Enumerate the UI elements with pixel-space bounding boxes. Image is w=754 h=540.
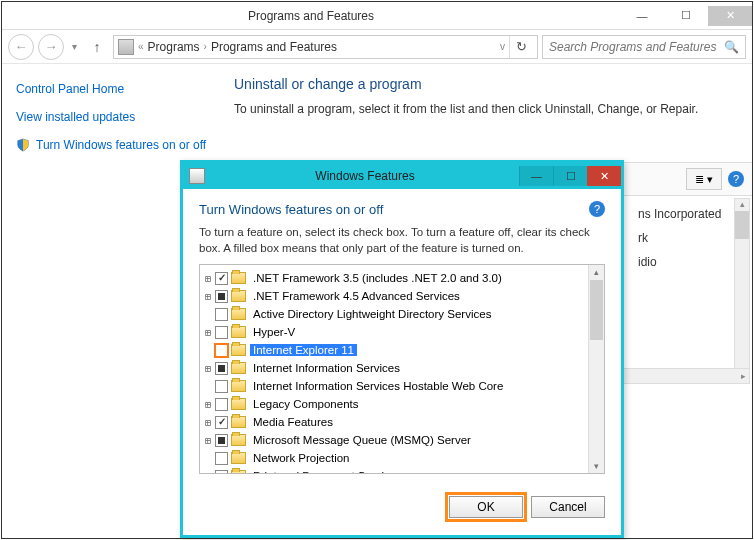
maximize-button[interactable]: ☐ bbox=[664, 6, 708, 26]
folder-icon bbox=[231, 452, 246, 464]
history-dropdown-icon[interactable]: ▾ bbox=[68, 41, 81, 52]
folder-icon bbox=[231, 326, 246, 338]
scroll-thumb[interactable] bbox=[590, 280, 603, 340]
feature-row[interactable]: ⊞Print and Document Services bbox=[202, 467, 586, 473]
dialog-icon bbox=[189, 168, 205, 184]
feature-label: Microsoft Message Queue (MSMQ) Server bbox=[250, 434, 474, 446]
cancel-button[interactable]: Cancel bbox=[531, 496, 605, 518]
breadcrumb-dropdown-icon[interactable]: v bbox=[500, 41, 505, 52]
feature-row[interactable]: ⊞Internet Information Services Hostable … bbox=[202, 377, 586, 395]
feature-label: Network Projection bbox=[250, 452, 353, 464]
folder-icon bbox=[231, 398, 246, 410]
expand-toggle[interactable]: ⊞ bbox=[202, 273, 214, 284]
close-button[interactable]: ✕ bbox=[708, 6, 752, 26]
feature-checkbox[interactable] bbox=[215, 272, 228, 285]
feature-checkbox[interactable] bbox=[215, 344, 228, 357]
search-box[interactable]: 🔍 bbox=[542, 35, 746, 59]
feature-checkbox[interactable] bbox=[215, 434, 228, 447]
expand-toggle[interactable]: ⊞ bbox=[202, 471, 214, 474]
dialog-heading: Turn Windows features on or off bbox=[199, 202, 383, 217]
feature-row[interactable]: ⊞Network Projection bbox=[202, 449, 586, 467]
list-item: rk bbox=[638, 226, 721, 250]
list-item: idio bbox=[638, 250, 721, 274]
tree-scrollbar[interactable]: ▴ ▾ bbox=[588, 265, 604, 473]
turn-windows-features-link[interactable]: Turn Windows features on or off bbox=[36, 138, 206, 152]
scroll-up-icon[interactable]: ▴ bbox=[589, 265, 604, 279]
feature-row[interactable]: ⊞Internet Explorer 11 bbox=[202, 341, 586, 359]
feature-label: Active Directory Lightweight Directory S… bbox=[250, 308, 494, 320]
feature-checkbox[interactable] bbox=[215, 326, 228, 339]
expand-toggle[interactable]: ⊞ bbox=[202, 291, 214, 302]
scroll-right-icon[interactable]: ▸ bbox=[738, 371, 749, 381]
feature-label: Media Features bbox=[250, 416, 336, 428]
feature-row[interactable]: ⊞Hyper-V bbox=[202, 323, 586, 341]
folder-icon bbox=[231, 308, 246, 320]
breadcrumb-level1[interactable]: Programs bbox=[148, 40, 200, 54]
feature-checkbox[interactable] bbox=[215, 470, 228, 474]
feature-checkbox[interactable] bbox=[215, 416, 228, 429]
feature-row[interactable]: ⊞Legacy Components bbox=[202, 395, 586, 413]
content-heading: Uninstall or change a program bbox=[234, 76, 736, 92]
feature-row[interactable]: ⊞Internet Information Services bbox=[202, 359, 586, 377]
feature-label: Legacy Components bbox=[250, 398, 361, 410]
feature-label: Internet Information Services bbox=[250, 362, 403, 374]
ok-button[interactable]: OK bbox=[449, 496, 523, 518]
feature-checkbox[interactable] bbox=[215, 452, 228, 465]
dialog-minimize-button[interactable]: — bbox=[519, 166, 553, 186]
chevron-right-icon: › bbox=[204, 41, 207, 52]
breadcrumb-level2[interactable]: Programs and Features bbox=[211, 40, 337, 54]
folder-icon bbox=[231, 416, 246, 428]
scroll-up-icon[interactable]: ▴ bbox=[735, 199, 749, 209]
dialog-window-controls: — ☐ ✕ bbox=[519, 166, 621, 186]
feature-checkbox[interactable] bbox=[215, 362, 228, 375]
up-button[interactable]: ↑ bbox=[85, 35, 109, 59]
feature-checkbox[interactable] bbox=[215, 398, 228, 411]
dialog-titlebar[interactable]: Windows Features — ☐ ✕ bbox=[183, 163, 621, 189]
feature-checkbox[interactable] bbox=[215, 290, 228, 303]
feature-checkbox[interactable] bbox=[215, 308, 228, 321]
feature-checkbox[interactable] bbox=[215, 380, 228, 393]
feature-label: Print and Document Services bbox=[250, 470, 405, 473]
feature-row[interactable]: ⊞Microsoft Message Queue (MSMQ) Server bbox=[202, 431, 586, 449]
folder-icon bbox=[231, 344, 246, 356]
feature-row[interactable]: ⊞.NET Framework 4.5 Advanced Services bbox=[202, 287, 586, 305]
forward-button[interactable]: → bbox=[38, 34, 64, 60]
outer-window-title: Programs and Features bbox=[2, 9, 620, 23]
expand-toggle[interactable]: ⊞ bbox=[202, 417, 214, 428]
dialog-button-row: OK Cancel bbox=[183, 484, 621, 530]
expand-toggle[interactable]: ⊞ bbox=[202, 363, 214, 374]
feature-row[interactable]: ⊞.NET Framework 3.5 (includes .NET 2.0 a… bbox=[202, 269, 586, 287]
dialog-close-button[interactable]: ✕ bbox=[587, 166, 621, 186]
view-installed-updates-link[interactable]: View installed updates bbox=[16, 110, 220, 124]
expand-toggle[interactable]: ⊞ bbox=[202, 327, 214, 338]
search-icon[interactable]: 🔍 bbox=[724, 40, 739, 54]
control-panel-home-link[interactable]: Control Panel Home bbox=[16, 82, 220, 96]
dialog-title: Windows Features bbox=[211, 169, 519, 183]
features-tree-body[interactable]: ⊞.NET Framework 3.5 (includes .NET 2.0 a… bbox=[200, 265, 588, 473]
refresh-button[interactable]: ↻ bbox=[509, 36, 533, 58]
shield-icon bbox=[16, 138, 30, 152]
feature-label: Internet Explorer 11 bbox=[250, 344, 357, 356]
vertical-scrollbar[interactable]: ▴ bbox=[734, 198, 750, 370]
dialog-maximize-button[interactable]: ☐ bbox=[553, 166, 587, 186]
view-options-button[interactable]: ≣ ▾ bbox=[686, 168, 722, 190]
feature-row[interactable]: ⊞Active Directory Lightweight Directory … bbox=[202, 305, 586, 323]
feature-label: Internet Information Services Hostable W… bbox=[250, 380, 506, 392]
minimize-button[interactable]: — bbox=[620, 6, 664, 26]
content-description: To uninstall a program, select it from t… bbox=[234, 102, 736, 116]
scroll-down-icon[interactable]: ▾ bbox=[589, 459, 604, 473]
help-icon[interactable]: ? bbox=[728, 171, 744, 187]
expand-toggle[interactable]: ⊞ bbox=[202, 435, 214, 446]
scroll-thumb[interactable] bbox=[735, 211, 749, 239]
dialog-description: To turn a feature on, select its check b… bbox=[199, 225, 605, 256]
dialog-heading-row: Turn Windows features on or off ? bbox=[199, 201, 605, 217]
expand-toggle[interactable]: ⊞ bbox=[202, 399, 214, 410]
list-item: ns Incorporated bbox=[638, 202, 721, 226]
breadcrumb[interactable]: « Programs › Programs and Features v ↻ bbox=[113, 35, 538, 59]
folder-icon bbox=[231, 290, 246, 302]
search-input[interactable] bbox=[549, 40, 724, 54]
back-button[interactable]: ← bbox=[8, 34, 34, 60]
background-list-fragment: ns Incorporated rk idio bbox=[638, 202, 721, 274]
feature-row[interactable]: ⊞Media Features bbox=[202, 413, 586, 431]
help-icon[interactable]: ? bbox=[589, 201, 605, 217]
